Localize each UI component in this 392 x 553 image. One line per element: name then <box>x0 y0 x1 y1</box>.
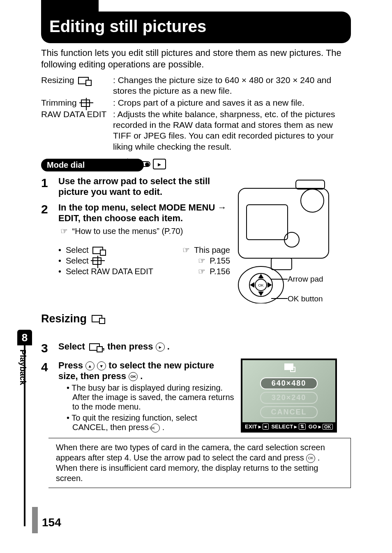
page-marker <box>32 507 38 533</box>
page-number: 154 <box>42 516 61 529</box>
trim-icon <box>92 257 101 265</box>
chapter-label: Playback <box>18 349 28 385</box>
playback-icon: ▸ <box>153 159 166 169</box>
svg-rect-3 <box>296 180 325 189</box>
def-trimming: Trimming Crops part of a picture and sav… <box>41 97 351 108</box>
step-4: 4 Press ▴ ▾ to select the new picture si… <box>41 360 234 434</box>
step-4-note-2: To quit the resizing function, select CA… <box>67 413 234 433</box>
definition-list: Resizing Changes the picture size to 640… <box>41 75 351 153</box>
step-number-2: 2 <box>41 202 58 277</box>
page-title: Editing still pictures <box>41 12 351 43</box>
svg-text:OK: OK <box>258 283 263 287</box>
chapter-tab: 8 <box>17 330 32 345</box>
bullet-select-resize: • Select ☞ This page <box>58 245 230 255</box>
step-number-4: 4 <box>41 360 58 434</box>
intro-paragraph: This function lets you edit still pictur… <box>41 47 351 70</box>
option-320x240[interactable]: 320×240 <box>260 392 318 404</box>
step-3: 3 Select , then press ▸ . <box>41 341 234 355</box>
camera-illustration: OK <box>230 176 345 303</box>
mode-dial-arrow-icon <box>127 158 137 171</box>
resize-icon <box>89 343 100 351</box>
ok-button-icon: OK <box>151 423 160 433</box>
option-cancel[interactable]: CANCEL <box>260 406 318 418</box>
down-arrow-pad-icon: ▾ <box>97 361 106 370</box>
resize-icon <box>92 247 103 254</box>
trimming-term: Trimming <box>41 98 77 107</box>
svg-rect-0 <box>238 188 329 258</box>
step-2: 2 In the top menu, select MODE MENU → ED… <box>41 202 230 277</box>
pointer-icon: ☞ <box>58 226 70 236</box>
label-line <box>271 279 288 280</box>
lcd-screen-preview: 640×480 320×240 CANCEL EXIT▸◂ SELECT▸⇅ G… <box>241 359 337 433</box>
svg-rect-5 <box>271 258 292 270</box>
resize-icon <box>284 363 293 370</box>
mode-dial-icons: ▸ <box>139 159 166 169</box>
up-arrow-pad-icon: ▴ <box>85 361 95 370</box>
switch-icon <box>139 161 150 167</box>
arrow-pad-label: Arrow pad <box>288 275 323 284</box>
step-1-text: Use the arrow pad to select the still pi… <box>58 176 210 197</box>
resize-icon <box>78 77 89 84</box>
resize-icon <box>92 315 102 322</box>
pointer-icon: ☞ <box>196 256 208 266</box>
pointer-icon: ☞ <box>180 245 192 255</box>
step-number-1: 1 <box>41 176 58 197</box>
trimming-desc: Crops part of a picture and saves it as … <box>113 97 351 108</box>
raw-desc: Adjusts the white balance, sharpness, et… <box>113 109 351 152</box>
step-number-3: 3 <box>41 341 58 355</box>
svg-rect-1 <box>247 205 288 240</box>
resizing-desc: Changes the picture size to 640 × 480 or… <box>113 75 351 97</box>
pointer-icon: ☞ <box>196 266 208 276</box>
raw-term: RAW DATA EDIT <box>41 109 106 119</box>
step-1: 1 Use the arrow pad to select the still … <box>41 176 230 197</box>
resizing-term: Resizing <box>41 75 74 85</box>
right-arrow-pad-icon: ▸ <box>156 342 165 352</box>
ok-button-icon: OK <box>129 372 138 381</box>
ok-button-label: OK button <box>288 294 323 303</box>
label-line <box>271 298 288 299</box>
screen-nav-bar: EXIT▸◂ SELECT▸⇅ GO▸OK <box>242 422 335 431</box>
svg-point-2 <box>301 189 324 212</box>
bullet-select-raw: • Select RAW DATA EDIT ☞ P.156 <box>58 266 230 276</box>
step-4-note-1: The busy bar is displayed during resizin… <box>67 383 234 412</box>
step-2-text: In the top menu, select MODE MENU → EDIT… <box>58 202 226 223</box>
header-tab <box>41 0 99 12</box>
option-640x480[interactable]: 640×480 <box>260 377 318 389</box>
def-raw: RAW DATA EDIT Adjusts the white balance,… <box>41 109 351 152</box>
def-resizing: Resizing Changes the picture size to 640… <box>41 75 351 97</box>
ok-button-icon: OK <box>306 454 315 463</box>
resizing-section-heading: Resizing <box>41 312 102 325</box>
trim-icon <box>81 99 90 107</box>
note-box: When there are two types of card in the … <box>48 438 351 488</box>
bullet-select-trim: • Select ☞ P.155 <box>58 256 230 266</box>
step-2-ref: “How to use the menus” (P.70) <box>72 227 183 236</box>
